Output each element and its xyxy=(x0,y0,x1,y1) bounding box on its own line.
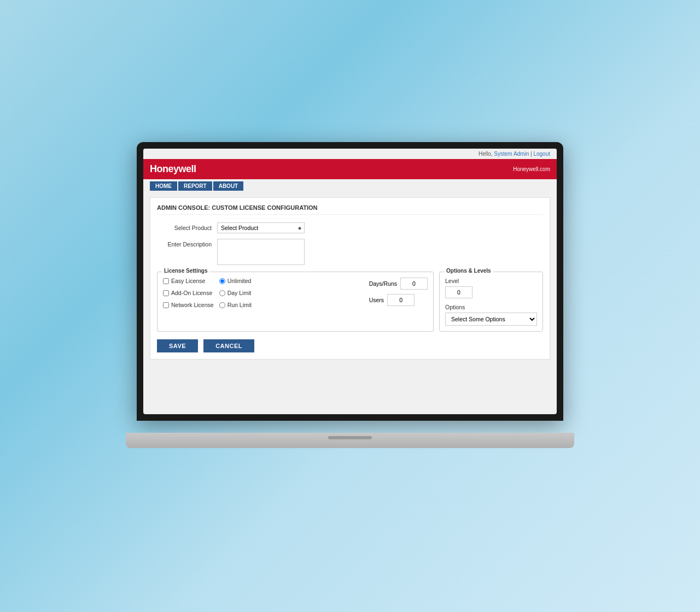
description-control xyxy=(217,239,543,266)
users-input[interactable] xyxy=(387,294,415,306)
unlimited-radio[interactable] xyxy=(219,278,225,284)
header-bar: Honeywell Honeywell.com xyxy=(143,159,557,179)
description-label: Enter Description xyxy=(157,239,217,248)
license-inner: Easy License Add-On License Network Lice… xyxy=(163,278,428,308)
network-license-label: Network License xyxy=(171,302,214,308)
addon-license-row[interactable]: Add-On License xyxy=(163,290,214,296)
license-checkboxes: Easy License Add-On License Network Lice… xyxy=(163,278,214,308)
app-container: Hello, System Admin | Logout Honeywell H… xyxy=(143,149,557,414)
days-runs-row: Days/Runs xyxy=(369,278,428,290)
run-limit-row[interactable]: Run Limit xyxy=(219,302,252,308)
page-title: ADMIN CONSOLE: CUSTOM LICENSE CONFIGURAT… xyxy=(157,204,543,215)
nav-home[interactable]: HOME xyxy=(150,181,177,191)
addon-license-label: Add-On License xyxy=(171,290,212,296)
hello-text: Hello, xyxy=(479,151,493,157)
users-row: Users xyxy=(369,294,428,306)
run-limit-radio[interactable] xyxy=(219,302,225,308)
select-product-label: Select Product xyxy=(157,222,217,231)
level-input[interactable] xyxy=(445,286,472,298)
screen-bezel: Hello, System Admin | Logout Honeywell H… xyxy=(137,142,563,421)
logo: Honeywell xyxy=(150,163,196,175)
level-label: Level xyxy=(445,278,537,284)
select-product-control: Select Product xyxy=(217,222,543,233)
days-runs-label: Days/Runs xyxy=(369,280,397,287)
nav-report[interactable]: REPORT xyxy=(178,181,212,191)
unlimited-label: Unlimited xyxy=(228,278,252,284)
save-button[interactable]: SAVE xyxy=(157,339,198,352)
easy-license-label: Easy License xyxy=(171,278,205,284)
cancel-button[interactable]: CANCEL xyxy=(203,339,254,352)
license-settings-box: License Settings Easy License xyxy=(157,272,434,332)
select-product-row: Select Product Select Product xyxy=(157,222,543,233)
network-license-row[interactable]: Network License xyxy=(163,302,214,308)
select-product-wrapper: Select Product xyxy=(217,222,305,233)
header-url: Honeywell.com xyxy=(513,166,550,172)
day-limit-row[interactable]: Day Limit xyxy=(219,290,252,296)
day-limit-radio[interactable] xyxy=(219,290,225,296)
options-select[interactable]: Select Some Options xyxy=(445,313,537,326)
network-license-checkbox[interactable] xyxy=(163,302,169,308)
users-label: Users xyxy=(369,297,384,303)
easy-license-checkbox[interactable] xyxy=(163,278,169,284)
days-runs-input[interactable] xyxy=(400,278,428,290)
select-product-dropdown[interactable]: Select Product xyxy=(217,222,305,233)
days-users-section: Days/Runs Users xyxy=(369,278,428,306)
screen-content: Hello, System Admin | Logout Honeywell H… xyxy=(143,149,557,414)
options-levels-box: Options & Levels Level Options Select So… xyxy=(439,272,543,332)
options-label: Options xyxy=(445,304,537,310)
options-levels-legend: Options & Levels xyxy=(444,268,493,274)
button-row: SAVE CANCEL xyxy=(157,339,543,352)
easy-license-row[interactable]: Easy License xyxy=(163,278,214,284)
addon-license-checkbox[interactable] xyxy=(163,290,169,296)
logout-link[interactable]: Logout xyxy=(533,151,550,157)
description-row: Enter Description xyxy=(157,239,543,266)
license-settings-legend: License Settings xyxy=(162,268,209,274)
top-bar: Hello, System Admin | Logout xyxy=(143,149,557,159)
main-sections: License Settings Easy License xyxy=(157,272,543,332)
day-limit-label: Day Limit xyxy=(228,290,252,296)
nav-bar: HOME REPORT ABOUT xyxy=(143,179,557,193)
run-limit-label: Run Limit xyxy=(228,302,252,308)
user-link[interactable]: System Admin xyxy=(494,151,529,157)
laptop-mockup: Hello, System Admin | Logout Honeywell H… xyxy=(126,142,574,448)
description-textarea[interactable] xyxy=(217,239,305,265)
unlimited-row[interactable]: Unlimited xyxy=(219,278,252,284)
laptop-base xyxy=(126,433,574,448)
content-area: ADMIN CONSOLE: CUSTOM LICENSE CONFIGURAT… xyxy=(150,197,550,360)
nav-about[interactable]: ABOUT xyxy=(213,181,244,191)
license-radios: Unlimited Day Limit Run Limit xyxy=(219,278,252,308)
